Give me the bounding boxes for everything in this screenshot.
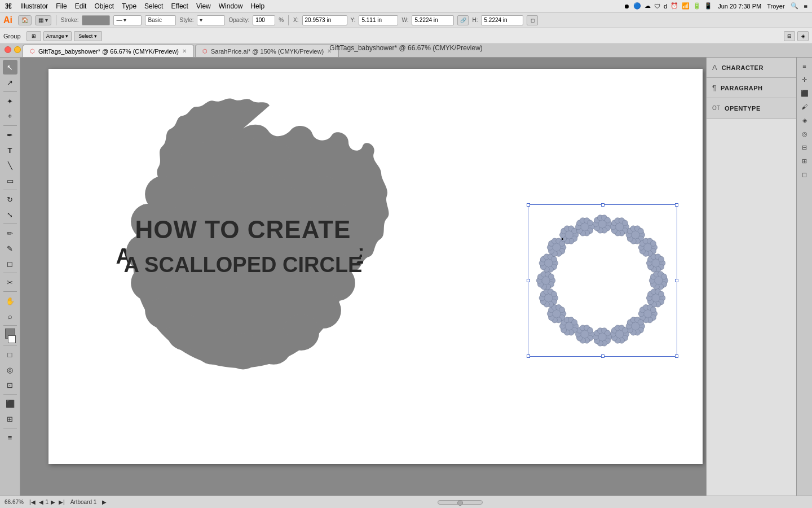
tab-sarahprice[interactable]: ⬡ SarahPrice.ai* @ 150% (CMYK/Preview) ✕ xyxy=(195,45,339,57)
h-label: H: xyxy=(472,17,478,23)
graphic-styles-icon[interactable]: ◎ xyxy=(798,128,811,140)
menu-edit[interactable]: Edit xyxy=(75,2,87,10)
prev-page-btn[interactable]: ◀ xyxy=(38,499,45,505)
tab-gifttags-label: GiftTags_babyshower* @ 66.67% (CMYK/Prev… xyxy=(38,48,179,55)
link-dimensions-btn[interactable]: 🔗 xyxy=(457,15,469,25)
swatches-icon[interactable]: ⬛ xyxy=(798,87,811,99)
canvas-area[interactable]: HOW TO CREATE A SCALLOPED CIRCLE xyxy=(20,58,706,496)
transform-btn[interactable]: ◻ xyxy=(527,15,538,25)
h-input[interactable] xyxy=(481,15,523,25)
w-label: W: xyxy=(401,17,408,23)
next-page-btn[interactable]: ▶ xyxy=(50,499,56,505)
paragraph-panel-header[interactable]: ¶ PARAGRAPH xyxy=(707,78,796,98)
control-bar: Group ⊞ Arrange ▾ Select ▾ ⊟ ◈ xyxy=(0,28,812,44)
menu-illustrator[interactable]: Illustrator xyxy=(20,2,48,10)
type-tool[interactable]: T xyxy=(3,143,17,157)
first-page-btn[interactable]: |◀ xyxy=(28,499,37,505)
tab-gifttags[interactable]: ⬡ GiftTags_babyshower* @ 66.67% (CMYK/Pr… xyxy=(23,45,194,57)
selection-tool[interactable]: ↖ xyxy=(3,60,17,75)
layers-icon[interactable]: ≡ xyxy=(798,60,811,72)
selection-box xyxy=(528,204,677,357)
style-dropdown[interactable]: ▾ xyxy=(197,15,225,25)
svg-text:HOW TO CREATE: HOW TO CREATE xyxy=(135,216,351,243)
x-input[interactable] xyxy=(302,15,347,25)
rectangle-tool[interactable]: ▭ xyxy=(3,173,17,188)
pen-tool[interactable]: ✒ xyxy=(3,128,17,142)
zoom-tool[interactable]: ⌕ xyxy=(3,309,17,323)
symbols-icon[interactable]: ◈ xyxy=(798,114,811,126)
search-icon[interactable]: 🔍 xyxy=(791,2,798,10)
align-right-icon[interactable]: ⊟ xyxy=(798,141,811,154)
character-panel-label: CHARACTER xyxy=(722,64,764,71)
draw-behind[interactable]: ◎ xyxy=(3,362,17,377)
arrange-btn[interactable]: Arrange ▾ xyxy=(43,31,72,41)
w-input[interactable] xyxy=(412,15,454,25)
lasso-tool[interactable]: ⌖ xyxy=(3,109,17,124)
hand-tool[interactable]: ✋ xyxy=(3,294,17,308)
circle-of-circles xyxy=(531,207,674,354)
eraser-tool[interactable]: ◻ xyxy=(3,256,17,271)
y-input[interactable] xyxy=(359,15,398,25)
select-btn[interactable]: Select ▾ xyxy=(74,31,102,41)
paragraph-panel-label: PARAGRAPH xyxy=(721,85,763,91)
menu-extra[interactable]: ≡ xyxy=(804,3,807,10)
direct-selection-tool[interactable]: ↗ xyxy=(3,75,17,90)
tools-panel: ↖ ↗ ✦ ⌖ ✒ T ╲ ▭ ↻ ⤡ ✏ ✎ ◻ ✂ ✋ ⌕ □ ◎ ⊡ ⬛ … xyxy=(0,58,20,496)
menu-view[interactable]: View xyxy=(196,2,211,10)
scale-tool[interactable]: ⤡ xyxy=(3,207,17,222)
line-tool[interactable]: ╲ xyxy=(3,158,17,173)
svg-point-5 xyxy=(225,135,261,172)
opentype-panel-header[interactable]: OT OPENTYPE xyxy=(707,98,796,119)
artboard: HOW TO CREATE A SCALLOPED CIRCLE xyxy=(48,69,703,464)
draw-normal[interactable]: □ xyxy=(3,347,17,362)
stroke-color[interactable] xyxy=(8,335,16,343)
isolate-btn[interactable]: ⊞ xyxy=(27,31,41,41)
align-btn[interactable]: ⊟ xyxy=(784,31,795,41)
paintbrush-tool[interactable]: ✏ xyxy=(3,226,17,240)
menu-type[interactable]: Type xyxy=(122,2,136,10)
sep2 xyxy=(288,15,289,25)
ai-logo: Ai xyxy=(3,15,12,25)
view-options-btn[interactable]: ▦ ▾ xyxy=(35,15,51,25)
magic-wand-tool[interactable]: ✦ xyxy=(3,94,17,108)
svg-point-15 xyxy=(225,333,261,369)
last-page-btn[interactable]: ▶| xyxy=(58,499,66,505)
stroke-color-dropdown[interactable] xyxy=(82,15,110,25)
percent-sign: % xyxy=(279,17,284,23)
pencil-tool[interactable]: ✎ xyxy=(3,241,17,256)
stroke-weight-dropdown[interactable]: — ▾ xyxy=(113,15,142,25)
handle-bc xyxy=(601,354,604,358)
menu-window[interactable]: Window xyxy=(219,2,243,10)
y-label: Y: xyxy=(351,17,356,23)
tab-gifttags-close[interactable]: ✕ xyxy=(182,48,187,54)
navigate-icon[interactable]: ✛ xyxy=(798,73,811,86)
scissors-tool[interactable]: ✂ xyxy=(3,275,17,290)
transform-right-icon[interactable]: ⊞ xyxy=(798,155,811,167)
tool-sep-9 xyxy=(3,394,17,395)
artboard-nav-btn[interactable]: ▶ xyxy=(101,499,108,505)
pathfinder-btn[interactable]: ◈ xyxy=(797,31,809,41)
brushes-icon[interactable]: 🖌 xyxy=(798,100,811,113)
menu-select[interactable]: Select xyxy=(144,2,163,10)
page-nav: |◀ ◀ 1 ▶ ▶| xyxy=(28,499,66,505)
home-btn[interactable]: 🏠 xyxy=(18,15,32,25)
close-button[interactable] xyxy=(5,46,11,53)
screen-mode[interactable]: ⬛ xyxy=(3,396,17,411)
menu-help[interactable]: Help xyxy=(250,2,264,10)
menu-effect[interactable]: Effect xyxy=(171,2,188,10)
stroke-basic-dropdown[interactable]: Basic xyxy=(145,15,176,25)
rotate-tool[interactable]: ↻ xyxy=(3,192,17,207)
appearance-icon[interactable]: ◻ xyxy=(798,168,811,181)
menu-object[interactable]: Object xyxy=(94,2,114,10)
draw-inside[interactable]: ⊡ xyxy=(3,378,17,392)
opacity-input[interactable] xyxy=(253,15,275,25)
apple-menu[interactable]: ⌘ xyxy=(5,2,12,11)
change-screen-btn[interactable]: ⊞ xyxy=(3,411,17,426)
tab-sarahprice-close[interactable]: ✕ xyxy=(327,48,332,54)
menu-file[interactable]: File xyxy=(56,2,67,10)
scrollbar-thumb[interactable] xyxy=(457,500,463,506)
minimize-button[interactable] xyxy=(14,46,21,53)
tool-sep-1 xyxy=(3,91,17,92)
character-panel-header[interactable]: A CHARACTER xyxy=(707,58,796,78)
extra-tools[interactable]: ≡ xyxy=(3,430,17,445)
